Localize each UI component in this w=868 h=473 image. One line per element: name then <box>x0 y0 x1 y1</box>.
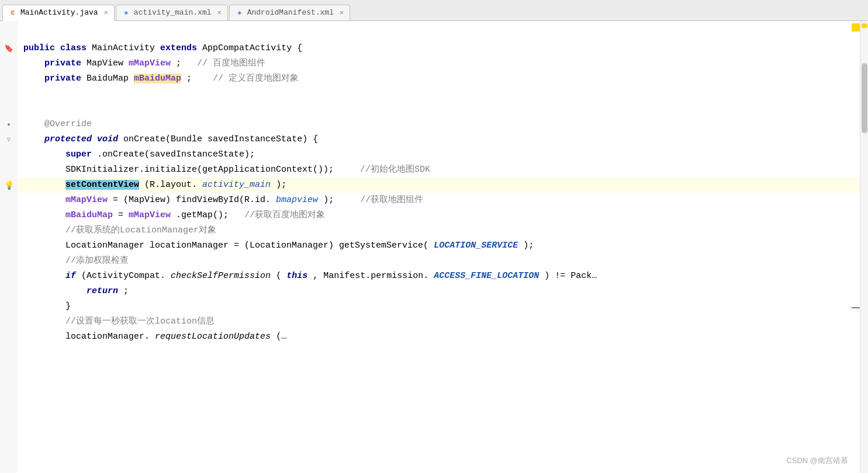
kw-super: super <box>65 149 92 159</box>
findviewbyid-close: ); <box>323 195 334 205</box>
comment-getbaidumap: //获取百度地图对象 <box>244 210 325 220</box>
watermark: CSDN @南宫靖慕 <box>786 455 848 466</box>
locationmanager-decl: LocationManager locationManager = (Locat… <box>65 241 428 251</box>
tab-manifest[interactable]: ◈ AndroidManifest.xml ✕ <box>229 5 350 21</box>
kw-void: void <box>97 134 118 144</box>
tab-bar: C MainActivity.java ✕ ◈ activity_main.xm… <box>0 0 868 21</box>
method-requestlocationupdates: requestLocationUpdates <box>155 332 271 342</box>
assign-mapview: = (MapView) findViewById(R.id. <box>113 195 271 205</box>
margin-cell-5 <box>0 102 18 117</box>
scrollbar-thumb[interactable] <box>862 63 867 133</box>
code-line-18: return ; <box>18 284 860 299</box>
method-checkselfperm: checkSelfPermission <box>171 271 271 281</box>
code-line-15: LocationManager locationManager = (Locat… <box>18 238 860 253</box>
super-oncreate: .onCreate(savedInstanceState); <box>97 149 255 159</box>
method-oncreate: onCreate(Bundle savedInstanceState) { <box>123 134 318 144</box>
assign-baidumap: = <box>118 210 129 220</box>
xml-icon-1: ◈ <box>122 9 130 17</box>
id-bmapview: bmapview <box>276 195 318 205</box>
code-line-1 <box>18 26 860 41</box>
code-line-5 <box>18 86 860 102</box>
content-area: 🔖 ● ▽ 💡 <box>0 21 868 473</box>
semi-2: ; <box>186 74 192 84</box>
setcontentview-close: ); <box>276 180 286 190</box>
code-line-21: locationManager. requestLocationUpdates … <box>18 329 860 345</box>
kw-return: return <box>87 286 118 296</box>
type-baidumap: BaiduMap <box>87 74 134 84</box>
code-line-3: private MapView mMapView ; // 百度地图组件 <box>18 56 860 71</box>
method-setcontentview: setContentView <box>65 180 139 190</box>
right-scrollbar[interactable] <box>860 21 868 473</box>
code-line-4: private BaiduMap mBaiduMap ; // 定义百度地图对象 <box>18 71 860 86</box>
code-line-2: public class MainActivity extends AppCom… <box>18 41 860 56</box>
tab-activity-xml-close[interactable]: ✕ <box>217 8 221 17</box>
kw-private-1: private <box>44 58 81 68</box>
margin-cell-override-up: ● <box>0 117 18 132</box>
code-line-11: setContentView (R.layout. activity_main … <box>18 178 860 193</box>
kw-if: if <box>65 271 76 281</box>
code-area[interactable]: public class MainActivity extends AppCom… <box>18 21 860 473</box>
override-down-icon: ▽ <box>7 136 11 143</box>
code-line-17: if (ActivityCompat. checkSelfPermission … <box>18 269 860 284</box>
code-line-9: super .onCreate(savedInstanceState); <box>18 147 860 162</box>
code-line-19: } <box>18 299 860 314</box>
java-icon: C <box>9 9 17 17</box>
scroll-indicator-top <box>862 23 867 28</box>
margin-cell-4 <box>0 86 18 102</box>
const-access-fine: ACCESS_FINE_LOCATION <box>434 271 539 281</box>
tab-manifest-close[interactable]: ✕ <box>340 8 344 17</box>
comment-locationmanager: //获取系统的LocationManager对象 <box>65 225 216 235</box>
tab-main-close[interactable]: ✕ <box>104 8 108 17</box>
location-service-const: LOCATION_SERVICE <box>434 241 518 251</box>
kw-private-2: private <box>44 74 81 84</box>
if-open: (ActivityCompat. <box>81 271 165 281</box>
margin-cell-3 <box>0 71 18 86</box>
editor-container: C MainActivity.java ✕ ◈ activity_main.xm… <box>0 0 868 473</box>
annotation-override: @Override <box>44 119 92 129</box>
locationmanager-close: ); <box>523 241 534 251</box>
field-mmapview-assign: mMapView <box>65 195 108 205</box>
comment-permission-check: //添加权限检查 <box>65 256 129 266</box>
code-line-7: @Override <box>18 117 860 132</box>
getmap-call: .getMap(); <box>176 210 229 220</box>
request-location-updates: locationManager. <box>65 332 150 342</box>
tab-main-activity[interactable]: C MainActivity.java ✕ <box>2 5 115 21</box>
sdkinit: SDKInitializer.initialize(getApplication… <box>65 165 334 175</box>
code-line-12: mMapView = (MapView) findViewById(R.id. … <box>18 193 860 208</box>
field-mmapview-ref: mMapView <box>129 210 171 220</box>
tab-activity-xml-label: activity_main.xml <box>134 8 212 17</box>
lightbulb-icon[interactable]: 💡 <box>4 180 14 190</box>
comment-location-update: //设置每一秒获取一次location信息 <box>65 317 215 326</box>
scrollbar-line-indicator <box>852 307 860 308</box>
tab-main-label: MainActivity.java <box>20 8 98 17</box>
perm-neq: ) != Pack… <box>544 271 597 281</box>
field-mbaidumap-assign: mBaiduMap <box>65 210 113 220</box>
keyword-extends: extends <box>160 43 197 53</box>
override-up-icon: ● <box>7 121 11 128</box>
margin-cell-override-down: ▽ <box>0 132 18 147</box>
rlu-open: (… <box>276 332 286 342</box>
left-margin: 🔖 ● ▽ 💡 <box>0 21 18 473</box>
bookmark-icon: 🔖 <box>4 44 13 53</box>
margin-cell-2 <box>0 56 18 71</box>
comment-1: // 百度地图组件 <box>197 58 265 68</box>
keyword-public: public class <box>23 43 87 53</box>
type-mapview: MapView <box>87 58 129 68</box>
classname-main: MainActivity <box>92 43 160 53</box>
comment-getmap-component: //获取地图组件 <box>360 195 423 205</box>
kw-this: this <box>286 271 307 281</box>
xml-icon-2: ◈ <box>236 9 244 17</box>
kw-protected: protected <box>44 134 92 144</box>
comment-2: // 定义百度地图对象 <box>213 74 299 84</box>
return-semi: ; <box>123 286 129 296</box>
code-line-6 <box>18 102 860 117</box>
code-line-20: //设置每一秒获取一次location信息 <box>18 314 860 329</box>
margin-cell-1: 🔖 <box>0 41 18 56</box>
code-line-13: mBaiduMap = mMapView .getMap(); //获取百度地图… <box>18 208 860 223</box>
code-line-8: protected void onCreate(Bundle savedInst… <box>18 132 860 147</box>
tab-activity-xml[interactable]: ◈ activity_main.xml ✕ <box>116 5 228 21</box>
parent-class: AppCompatActivity { <box>202 43 302 53</box>
code-line-10: SDKInitializer.initialize(getApplication… <box>18 162 860 178</box>
margin-cell-lightbulb[interactable]: 💡 <box>0 178 18 193</box>
setcontentview-args: (R.layout. <box>144 180 197 190</box>
